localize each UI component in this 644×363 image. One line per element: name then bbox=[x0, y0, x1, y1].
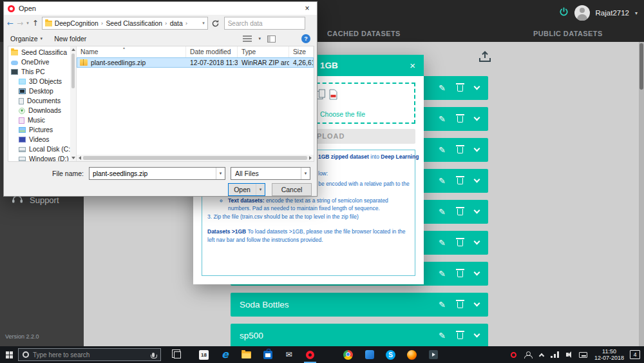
tray-opera-button[interactable] bbox=[511, 352, 516, 358]
address-dropdown-caret-icon[interactable]: ▾ bbox=[202, 21, 205, 26]
places-scrollbar-thumb[interactable] bbox=[71, 54, 75, 88]
file-type-select[interactable]: All Files ▾ bbox=[231, 167, 310, 180]
list-view-icon[interactable] bbox=[243, 35, 252, 43]
user-caret-icon[interactable]: ▾ bbox=[635, 10, 638, 16]
tab-public-datasets[interactable]: PUBLIC DATASETS bbox=[533, 30, 603, 37]
edit-dataset-icon[interactable]: ✎ bbox=[439, 114, 446, 124]
file-name-input[interactable] bbox=[90, 170, 216, 177]
new-folder-button[interactable]: New folder bbox=[54, 35, 86, 43]
forward-button[interactable]: → bbox=[17, 19, 23, 27]
cancel-button[interactable]: Cancel bbox=[272, 183, 312, 196]
expand-dataset-icon[interactable] bbox=[474, 208, 480, 214]
dialog-search-input[interactable] bbox=[224, 17, 305, 30]
tray-hidden-icons-button[interactable] bbox=[540, 352, 544, 358]
edit-dataset-icon[interactable]: ✎ bbox=[439, 83, 446, 93]
preview-pane-icon[interactable] bbox=[267, 35, 276, 43]
open-options-caret-icon[interactable]: ▾ bbox=[256, 184, 265, 195]
edit-dataset-icon[interactable]: ✎ bbox=[439, 207, 446, 217]
taskbar-clock[interactable]: 11:50 12-07-2018 bbox=[594, 348, 624, 361]
tray-keyboard-button[interactable] bbox=[579, 352, 587, 358]
place-item-local-disk-c[interactable]: Local Disk (C:) bbox=[8, 144, 70, 154]
tray-people-button[interactable] bbox=[524, 351, 533, 358]
expand-dataset-icon[interactable] bbox=[474, 115, 480, 121]
help-icon[interactable]: ? bbox=[301, 34, 310, 43]
firefox-app-button[interactable] bbox=[401, 346, 422, 363]
place-item-onedrive[interactable]: OneDrive bbox=[8, 57, 70, 67]
scroll-left-arrow-icon[interactable] bbox=[79, 156, 81, 160]
open-button[interactable]: Open ▾ bbox=[228, 183, 265, 196]
column-header-type[interactable]: Type bbox=[238, 46, 289, 57]
place-item-downloads[interactable]: Downloads bbox=[8, 106, 70, 115]
breadcrumb-deepcognition[interactable]: DeepCognition bbox=[55, 20, 99, 27]
column-header-size[interactable]: Size bbox=[289, 46, 314, 57]
store-app-button[interactable] bbox=[257, 346, 278, 363]
edit-dataset-icon[interactable]: ✎ bbox=[439, 176, 446, 186]
avatar[interactable] bbox=[574, 5, 590, 21]
delete-dataset-icon[interactable] bbox=[457, 147, 463, 153]
calendar-app-button[interactable]: 18 bbox=[193, 346, 214, 363]
delete-dataset-icon[interactable] bbox=[457, 178, 463, 184]
delete-dataset-icon[interactable] bbox=[457, 302, 463, 308]
expand-dataset-icon[interactable] bbox=[474, 84, 480, 90]
edit-dataset-icon[interactable]: ✎ bbox=[439, 238, 446, 248]
page-scrollbar-thumb[interactable] bbox=[639, 43, 643, 90]
place-item-pictures[interactable]: Pictures bbox=[8, 125, 70, 135]
scroll-right-arrow-icon[interactable] bbox=[309, 156, 312, 160]
file-name-caret-icon[interactable]: ▾ bbox=[216, 168, 225, 179]
opera-app-button[interactable] bbox=[299, 346, 321, 363]
hscrollbar-thumb[interactable] bbox=[83, 156, 307, 160]
breadcrumb-chevron-icon[interactable]: › bbox=[185, 20, 188, 26]
place-item-documents[interactable]: Documents bbox=[8, 96, 70, 106]
modal-close-button[interactable]: × bbox=[410, 55, 415, 76]
back-button[interactable]: ← bbox=[7, 19, 14, 27]
blue-app-button[interactable] bbox=[359, 346, 380, 363]
taskbar-search[interactable] bbox=[18, 348, 161, 361]
refresh-button[interactable] bbox=[211, 19, 221, 28]
edge-app-button[interactable]: e bbox=[214, 346, 236, 363]
delete-dataset-icon[interactable] bbox=[457, 271, 463, 277]
delete-dataset-icon[interactable] bbox=[457, 209, 463, 215]
page-scrollbar[interactable] bbox=[639, 42, 644, 346]
place-item-windows-d[interactable]: Windows (D:) bbox=[8, 154, 70, 161]
up-button[interactable]: ↑ bbox=[32, 19, 39, 27]
delete-dataset-icon[interactable] bbox=[457, 333, 463, 339]
expand-dataset-icon[interactable] bbox=[474, 177, 480, 183]
breadcrumb-seed-classification[interactable]: Seed Classification bbox=[106, 20, 162, 27]
view-caret-icon[interactable]: ▾ bbox=[258, 36, 261, 41]
microphone-icon[interactable] bbox=[152, 353, 155, 357]
edit-dataset-icon[interactable]: ✎ bbox=[439, 300, 446, 309]
edit-dataset-icon[interactable]: ✎ bbox=[439, 145, 446, 155]
edit-dataset-icon[interactable]: ✎ bbox=[439, 331, 446, 340]
expand-dataset-icon[interactable] bbox=[474, 239, 480, 245]
power-icon[interactable] bbox=[559, 7, 569, 19]
taskbar-search-input[interactable] bbox=[33, 351, 148, 358]
place-item-desktop[interactable]: Desktop bbox=[8, 86, 70, 96]
column-header-name[interactable]: Name▴ bbox=[77, 46, 186, 57]
start-button[interactable] bbox=[0, 346, 18, 363]
file-row-selected[interactable]: plant-seedlings.zip 12-07-2018 11:38 Win… bbox=[77, 57, 314, 68]
expand-dataset-icon[interactable] bbox=[474, 270, 480, 276]
delete-dataset-icon[interactable] bbox=[457, 85, 463, 92]
place-item-3d-objects[interactable]: 3D Objects bbox=[8, 77, 70, 86]
tab-cached-datasets[interactable]: CACHED DATASETS bbox=[327, 30, 401, 37]
dialog-titlebar[interactable]: Open × bbox=[4, 2, 317, 15]
breadcrumb-chevron-icon[interactable]: › bbox=[101, 20, 104, 26]
scroll-down-arrow-icon[interactable] bbox=[71, 157, 75, 159]
recent-locations-caret-icon[interactable]: ▾ bbox=[26, 21, 29, 26]
user-menu[interactable]: Rajat2712 ▾ bbox=[559, 5, 638, 21]
place-item-music[interactable]: Music bbox=[8, 115, 70, 125]
column-header-date[interactable]: Date modified bbox=[186, 46, 238, 57]
expand-dataset-icon[interactable] bbox=[474, 146, 480, 152]
breadcrumb-chevron-icon[interactable]: › bbox=[165, 20, 167, 26]
file-list-hscrollbar[interactable] bbox=[77, 155, 314, 161]
tray-volume-button[interactable] bbox=[566, 353, 572, 357]
place-item-this-pc[interactable]: This PC bbox=[8, 67, 70, 77]
edit-dataset-icon[interactable]: ✎ bbox=[439, 269, 446, 279]
action-center-button[interactable]: 4 bbox=[630, 350, 640, 359]
place-item-videos[interactable]: Videos bbox=[8, 135, 70, 144]
expand-dataset-icon[interactable] bbox=[474, 331, 480, 338]
breadcrumb-data[interactable]: data bbox=[170, 20, 183, 27]
skype-app-button[interactable]: S bbox=[380, 346, 401, 363]
media-app-button[interactable] bbox=[422, 346, 444, 363]
dialog-close-button[interactable]: × bbox=[298, 2, 317, 15]
